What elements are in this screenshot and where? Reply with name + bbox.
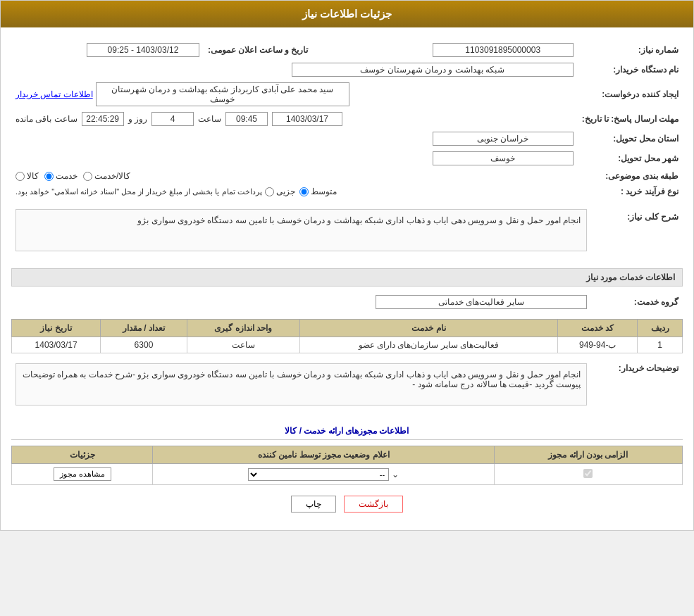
requester-label: ایجاد کننده درخواست: [578,80,683,109]
province-value: خراسان جنوبی [433,132,574,146]
col-unit: واحد اندازه گیری [187,320,299,337]
need-number-label: شماره نیاز: [578,40,683,60]
service-name: فعالیت‌های سایر سازمان‌های دارای عضو [299,337,558,353]
deadline-days-label: روز و [128,114,147,124]
page-header: جزئیات اطلاعات نیاز [1,1,693,27]
permissions-table: الزامی بودن ارائه مجوز اعلام وضعیت مجوز … [11,446,683,485]
col-code: کد خدمت [558,320,638,337]
category-khedmat-label: خدمت [56,171,78,181]
perm-col-status: اعلام وضعیت مجوز توسط نامین کننده [153,446,495,464]
perm-status-select[interactable]: -- [248,468,389,481]
city-value: خوسف [433,151,574,165]
description-value: انجام امور حمل و نقل و سرویس دهی ایاب و … [16,209,587,251]
requester-value: سید محمد علی آبادی کاربرداز شبکه بهداشت … [96,82,349,106]
buyer-org-label: نام دستگاه خریدار: [578,60,683,80]
col-date: تاریخ نیاز [12,320,101,337]
purchase-type-motavasset-label: متوسط [311,187,337,196]
view-permission-button[interactable]: مشاهده مجوز [54,467,111,481]
deadline-time-label: ساعت [198,114,221,124]
col-name: نام خدمت [299,320,558,337]
print-button[interactable]: چاپ [291,496,336,513]
services-section-title: اطلاعات خدمات مورد نیاز [11,268,683,287]
service-qty: 6300 [101,337,187,353]
col-row: ردیف [638,320,683,337]
table-row: 1 ب-94-949 فعالیت‌های سایر سازمان‌های دا… [12,337,683,353]
purchase-type-jozii-label: جزیی [276,187,295,196]
table-row: -- ⌄ مشاهده مجوز [12,464,683,485]
need-number-value: 1103091895000003 [433,43,574,57]
purchase-type-jozii-radio[interactable] [265,187,274,196]
date-value: 1403/03/12 - 09:25 [87,43,199,57]
category-kala-radio[interactable] [16,172,25,181]
province-label: استان محل تحویل: [578,129,683,149]
deadline-remaining-label: ساعت باقی مانده [16,114,78,124]
deadline-days: 4 [151,112,194,126]
header-title: جزئیات اطلاعات نیاز [302,8,392,20]
service-unit: ساعت [187,337,299,353]
perm-col-required: الزامی بودن ارائه مجوز [494,446,682,464]
perm-details-cell: مشاهده مجوز [12,464,153,485]
purchase-type-motavasset-radio[interactable] [299,187,309,196]
deadline-time: 09:45 [225,112,268,126]
deadline-date: 1403/03/17 [272,112,342,126]
category-kala-label: کالا [27,171,39,181]
description-label: شرح کلی نیاز: [591,206,683,261]
service-date: 1403/03/17 [12,337,101,353]
buyer-org-value: شبکه بهداشت و درمان شهرستان خوسف [292,63,574,77]
bottom-buttons: بازگشت چاپ [11,485,683,523]
services-table: ردیف کد خدمت نام خدمت واحد اندازه گیری ت… [11,319,683,353]
perm-required-check [494,464,682,485]
city-label: شهر محل تحویل: [578,149,683,168]
deadline-label: مهلت ارسال پاسخ: تا تاریخ: [578,109,683,129]
required-checkbox [583,469,593,478]
purchase-type-label: نوع فرآیند خرید : [578,184,683,199]
date-label: تاریخ و ساعت اعلان عمومی: [204,40,312,60]
perm-col-details: جزئیات [12,446,153,464]
buyer-notes-label: توضیحات خریدار: [591,360,683,415]
dropdown-icon: ⌄ [392,470,399,479]
back-button[interactable]: بازگشت [344,496,403,513]
col-qty: تعداد / مقدار [101,320,187,337]
category-label: طبقه بندی موضوعی: [578,168,683,184]
perm-status-cell: -- ⌄ [153,464,495,485]
buyer-notes-value: انجام امور حمل و نقل و سرویس دهی ایاب و … [16,363,587,406]
service-row-num: 1 [638,337,683,353]
permissions-title: اطلاعات مجوزهای ارائه خدمت / کالا [11,422,683,440]
category-kala-khedmat-label: کالا/خدمت [94,171,130,181]
requester-contact-link[interactable]: اطلاعات تماس خریدار [16,89,93,99]
deadline-remaining: 22:45:29 [82,112,124,126]
service-code: ب-94-949 [558,337,638,353]
group-value: سایر فعالیت‌های خدماتی [376,295,587,309]
group-label: گروه خدمت: [591,292,683,312]
category-khedmat-radio[interactable] [44,172,54,181]
category-kala-khedmat-radio[interactable] [83,172,92,181]
purchase-type-note: پرداخت تمام یا بخشی از مبلغ خریدار از مح… [16,187,262,196]
